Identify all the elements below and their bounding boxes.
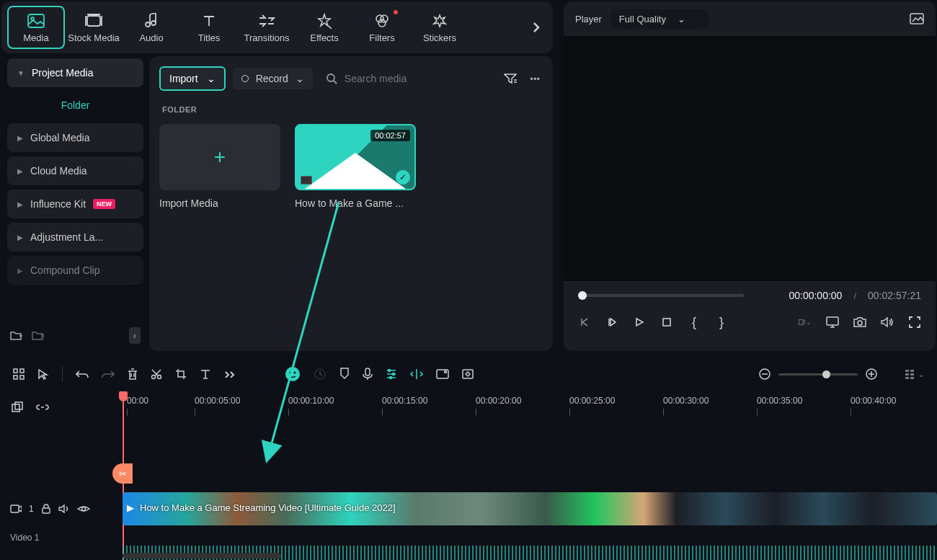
collapse-sidebar-button[interactable]: ‹ [129, 327, 141, 344]
timeline-scrollbar[interactable] [123, 553, 281, 559]
fullscreen-icon[interactable] [908, 316, 921, 329]
render-button[interactable] [436, 369, 449, 379]
sidebar-item-compound-clip[interactable]: ▶ Compound Clip [7, 256, 143, 285]
ai-button[interactable] [285, 366, 301, 382]
quality-value: Full Quality [619, 14, 666, 25]
mark-out-button[interactable]: } [715, 316, 728, 329]
import-button[interactable]: Import ⌄ [159, 66, 226, 91]
step-back-button[interactable] [605, 316, 618, 329]
visibility-icon[interactable] [77, 505, 90, 513]
tab-label: Transitions [244, 32, 289, 43]
sidebar-item-global-media[interactable]: ▶ Global Media [7, 123, 143, 152]
sidebar-label: Cloud Media [30, 165, 87, 177]
svg-point-19 [158, 375, 161, 379]
sidebar-item-influence-kit[interactable]: ▶ Influence Kit NEW [7, 190, 143, 218]
timeline-ruler[interactable]: 00:00 00:00:05:00 00:00:10:00 00:00:15:0… [123, 391, 937, 423]
tab-audio[interactable]: Audio [123, 6, 180, 49]
search-input[interactable] [345, 73, 489, 84]
tick-label: 00:00:35:00 [757, 396, 802, 406]
delete-folder-icon[interactable] [32, 330, 45, 342]
sidebar-folder-link[interactable]: Folder [1, 89, 149, 121]
tab-transitions[interactable]: Transitions [238, 6, 296, 49]
tab-media[interactable]: Media [7, 6, 65, 49]
record-button[interactable]: Record ⌄ [233, 68, 313, 89]
sidebar-item-project-media[interactable]: ▼ Project Media [7, 58, 143, 87]
link-icon[interactable] [36, 403, 49, 412]
redo-button[interactable] [102, 369, 115, 379]
svg-point-18 [152, 375, 156, 379]
delete-button[interactable] [128, 368, 138, 380]
more-tools-button[interactable] [224, 370, 237, 378]
svg-rect-14 [14, 369, 17, 373]
keyframe-button[interactable] [462, 369, 474, 379]
media-icon [26, 12, 46, 30]
tool-grid-icon[interactable] [13, 368, 25, 380]
stop-button[interactable] [660, 316, 673, 329]
crop-button[interactable] [175, 368, 187, 380]
cut-button[interactable] [151, 368, 162, 380]
tab-stock-media[interactable]: Stock Media [65, 6, 123, 49]
tab-effects[interactable]: Effects [296, 6, 353, 49]
split-button[interactable] [410, 368, 423, 381]
effects-icon [314, 12, 334, 30]
folder-section-label: FOLDER [162, 105, 543, 114]
zoom-slider[interactable] [778, 373, 858, 375]
more-tabs-button[interactable] [525, 21, 547, 34]
svg-rect-12 [827, 317, 838, 325]
mute-icon[interactable] [58, 504, 70, 514]
svg-point-29 [445, 371, 447, 373]
lock-icon[interactable] [41, 504, 51, 514]
layout-icon[interactable]: ⌄ [799, 316, 812, 329]
svg-point-4 [151, 21, 156, 25]
sidebar-item-adjustment-layers[interactable]: ▶ Adjustment La... [7, 223, 143, 252]
tab-stickers[interactable]: Stickers [411, 6, 468, 49]
duration-badge: 00:02:57 [370, 130, 410, 141]
quality-select[interactable]: Full Quality ⌄ [610, 9, 709, 29]
tick-label: 00:00:05:00 [195, 396, 240, 406]
tool-select-icon[interactable] [37, 368, 49, 380]
play-button[interactable] [633, 316, 646, 329]
display-icon[interactable] [826, 316, 839, 329]
text-button[interactable] [200, 368, 211, 380]
tab-label: Stock Media [68, 32, 120, 43]
marker-button[interactable] [339, 368, 350, 381]
player-preview[interactable] [564, 36, 936, 281]
zoom-in-button[interactable] [865, 368, 878, 381]
filter-icon[interactable] [501, 70, 520, 87]
import-media-card[interactable]: + Import Media [159, 124, 280, 209]
view-options-button[interactable]: ⌄ [918, 370, 924, 379]
new-folder-icon[interactable] [10, 330, 23, 342]
audio-mixer-button[interactable] [386, 368, 397, 380]
expand-icon: ▶ [17, 167, 23, 175]
zoom-out-button[interactable] [758, 368, 771, 381]
tab-filters[interactable]: Filters [353, 6, 411, 49]
sidebar-item-cloud-media[interactable]: ▶ Cloud Media [7, 156, 143, 185]
mark-in-button[interactable]: { [688, 316, 701, 329]
new-badge: NEW [93, 199, 115, 209]
stock-media-icon [84, 12, 104, 30]
top-tabs: Media Stock Media Audio Titles Transitio… [1, 1, 553, 53]
svg-point-8 [327, 74, 334, 81]
svg-rect-15 [20, 369, 24, 373]
titles-icon [199, 12, 219, 30]
cut-handle[interactable]: ✂ [112, 463, 133, 484]
progress-slider[interactable] [578, 294, 744, 297]
prev-frame-button[interactable] [578, 316, 591, 329]
volume-icon[interactable] [881, 316, 894, 329]
media-clip-card[interactable]: 00:02:57 ✓ How to Make a Game ... [295, 124, 416, 209]
tab-label: Stickers [423, 32, 456, 43]
voiceover-button[interactable] [363, 368, 373, 381]
video-track-icon[interactable] [10, 504, 22, 514]
camera-icon[interactable] [853, 316, 866, 329]
view-mode-button[interactable] [905, 370, 914, 379]
speed-button[interactable] [314, 368, 327, 381]
duplicate-icon[interactable] [12, 401, 23, 413]
expand-icon: ▶ [17, 234, 23, 241]
video-clip[interactable]: ▶ How to Make a Game Streaming Video [Ul… [123, 492, 937, 525]
record-label: Record [256, 73, 288, 84]
snapshot-icon[interactable] [910, 13, 924, 25]
svg-rect-11 [799, 320, 804, 325]
more-options-icon[interactable]: ••• [527, 71, 543, 87]
tab-titles[interactable]: Titles [180, 6, 238, 49]
undo-button[interactable] [76, 369, 89, 379]
